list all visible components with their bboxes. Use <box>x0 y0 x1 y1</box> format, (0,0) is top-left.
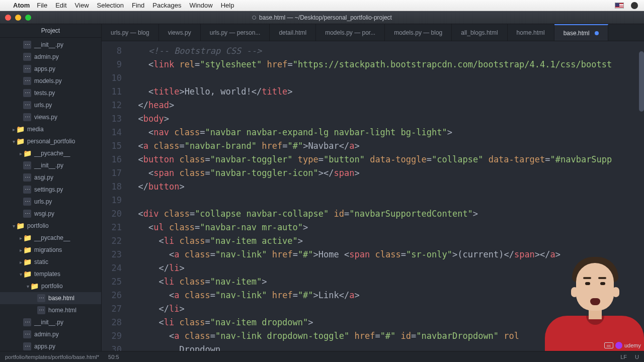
tree-item[interactable]: ▾📁portfolio <box>0 280 101 292</box>
tree-item[interactable]: ⋯__init__.py <box>0 159 101 171</box>
disclosure-triangle-icon[interactable]: ▾ <box>11 223 16 229</box>
zoom-window-button[interactable] <box>25 15 31 21</box>
tree-item-label: __init__.py <box>34 162 63 169</box>
window-title: base.html — ~/Desktop/personal_portfolio… <box>259 14 392 21</box>
menu-view[interactable]: View <box>75 2 89 9</box>
editor-tab[interactable]: urls.py — person... <box>201 24 270 41</box>
editor-tab[interactable]: all_blogs.html <box>452 24 507 41</box>
tree-item[interactable]: ⋯admin.py <box>0 51 101 63</box>
tree-item[interactable]: ⋯__init__.py <box>0 316 101 328</box>
code-line[interactable]: </li> <box>128 261 644 275</box>
code-line[interactable]: <a class="nav-link" href="#">Link</a> <box>128 289 644 302</box>
editor-tabs: urls.py — blogviews.pyurls.py — person..… <box>102 24 644 41</box>
tree-item[interactable]: ⋯apps.py <box>0 340 101 351</box>
code-line[interactable]: Dropdown <box>128 343 644 351</box>
project-sidebar[interactable]: Project ⋯__init__.py⋯admin.py⋯apps.py⋯mo… <box>0 24 102 351</box>
status-cursor-position[interactable]: 50:5 <box>108 354 119 360</box>
code-line[interactable]: <title>Hello, world!</title> <box>128 85 644 99</box>
editor-tab[interactable]: detail.html <box>270 24 316 41</box>
code-line[interactable] <box>128 71 644 85</box>
code-line[interactable]: <div class="collapse navbar-collapse" id… <box>128 207 644 221</box>
python-file-icon: ⋯ <box>23 210 31 218</box>
tree-item[interactable]: ⋯urls.py <box>0 196 101 208</box>
tab-label: views.py <box>168 29 191 36</box>
tree-item-label: apps.py <box>34 65 55 72</box>
code-line[interactable]: <a class="navbar-brand" href="#">Navbar<… <box>128 139 644 153</box>
tree-item[interactable]: ⋯asgi.py <box>0 171 101 184</box>
input-source-flag-icon[interactable] <box>615 3 624 9</box>
tree-item[interactable]: ⋯home.html <box>0 304 101 316</box>
tree-item[interactable]: ▸📁__pycache__ <box>0 232 101 244</box>
editor-tab[interactable]: models.py — blog <box>385 24 452 41</box>
tree-item[interactable]: ▸📁media <box>0 123 101 135</box>
tree-item[interactable]: ▸📁static <box>0 256 101 268</box>
app-name[interactable]: Atom <box>13 2 30 9</box>
tree-item[interactable]: ⋯base.html <box>0 292 101 304</box>
code-line[interactable] <box>128 194 644 207</box>
status-file-path[interactable]: portfolio/templates/portfolio/base.html* <box>5 354 99 360</box>
disclosure-triangle-icon[interactable]: ▸ <box>18 247 23 253</box>
tree-item[interactable]: ⋯tests.py <box>0 87 101 99</box>
tree-item[interactable]: ▾📁portfolio <box>0 220 101 232</box>
python-file-icon: ⋯ <box>23 161 31 169</box>
disclosure-triangle-icon[interactable]: ▸ <box>18 259 23 265</box>
tree-item-label: views.py <box>34 114 57 121</box>
disclosure-triangle-icon[interactable]: ▾ <box>11 139 16 144</box>
code-line[interactable]: <button class="navbar-toggler" type="but… <box>128 153 644 166</box>
code-line[interactable]: <li class="nav-item"> <box>128 275 644 289</box>
code-line[interactable]: </button> <box>128 180 644 194</box>
code-line[interactable]: <li class="nav-item dropdown"> <box>128 316 644 329</box>
tree-item[interactable]: ▾📁templates <box>0 268 101 280</box>
code-editor[interactable]: 8910111213141516171819202122232425262728… <box>102 41 644 351</box>
code-line[interactable]: <body> <box>128 112 644 126</box>
editor-tab[interactable]: home.html <box>508 24 554 41</box>
menu-window[interactable]: Window <box>189 2 212 9</box>
code-line[interactable]: <nav class="navbar navbar-expand-lg navb… <box>128 126 644 139</box>
code-line[interactable]: <a class="nav-link" href="#">Home <span … <box>128 248 644 261</box>
udemy-logo-icon <box>615 342 622 349</box>
code-line[interactable]: <a class="nav-link dropdown-toggle" href… <box>128 329 644 343</box>
code-line[interactable]: <!-- Bootstrap CSS --> <box>128 44 644 58</box>
tree-item[interactable]: ▸📁migrations <box>0 244 101 256</box>
menu-packages[interactable]: Packages <box>152 2 181 9</box>
tree-item[interactable]: ⋯wsgi.py <box>0 208 101 220</box>
code-line[interactable]: <span class="navbar-toggler-icon"></span… <box>128 166 644 180</box>
menu-selection[interactable]: Selection <box>97 2 124 9</box>
code-line[interactable]: <li class="nav-item active"> <box>128 234 644 248</box>
code-line[interactable]: <link rel="stylesheet" href="https://sta… <box>128 58 644 71</box>
close-window-button[interactable] <box>5 15 11 21</box>
menu-edit[interactable]: Edit <box>55 2 66 9</box>
editor-tab[interactable]: views.py <box>159 24 201 41</box>
macos-menubar: Atom FileEditViewSelectionFindPackagesWi… <box>0 0 644 11</box>
menu-find[interactable]: Find <box>132 2 144 9</box>
tree-item[interactable]: ▸📁__pycache__ <box>0 147 101 159</box>
tree-item[interactable]: ⋯admin.py <box>0 328 101 340</box>
status-indicator[interactable]: U <box>635 354 639 360</box>
menu-file[interactable]: File <box>37 2 47 9</box>
disclosure-triangle-icon[interactable]: ▸ <box>11 127 16 132</box>
menu-help[interactable]: Help <box>221 2 234 9</box>
scrollbar-thumb[interactable] <box>639 51 644 112</box>
user-menu-icon[interactable] <box>631 2 638 9</box>
code-line[interactable]: </head> <box>128 99 644 112</box>
tab-label: urls.py — blog <box>111 29 149 36</box>
tree-item[interactable]: ⋯views.py <box>0 111 101 123</box>
tree-item[interactable]: ⋯urls.py <box>0 99 101 111</box>
code-line[interactable]: </li> <box>128 302 644 316</box>
editor-tab[interactable]: base.html <box>554 24 608 41</box>
disclosure-triangle-icon[interactable]: ▾ <box>18 272 23 277</box>
disclosure-triangle-icon[interactable]: ▾ <box>25 284 30 289</box>
code-line[interactable]: <ul class="navbar-nav mr-auto"> <box>128 221 644 234</box>
tree-item[interactable]: ⋯models.py <box>0 75 101 87</box>
tree-item[interactable]: ⋯settings.py <box>0 184 101 196</box>
editor-tab[interactable]: models.py — por... <box>316 24 385 41</box>
tree-item[interactable]: ⋯__init__.py <box>0 39 101 51</box>
vertical-scrollbar[interactable] <box>639 41 644 351</box>
minimize-window-button[interactable] <box>15 15 21 21</box>
disclosure-triangle-icon[interactable]: ▸ <box>18 151 23 156</box>
disclosure-triangle-icon[interactable]: ▸ <box>18 235 23 241</box>
status-indicator[interactable]: LF <box>620 354 627 360</box>
tree-item[interactable]: ⋯apps.py <box>0 63 101 75</box>
editor-tab[interactable]: urls.py — blog <box>102 24 159 41</box>
tree-item[interactable]: ▾📁personal_portfolio <box>0 135 101 147</box>
